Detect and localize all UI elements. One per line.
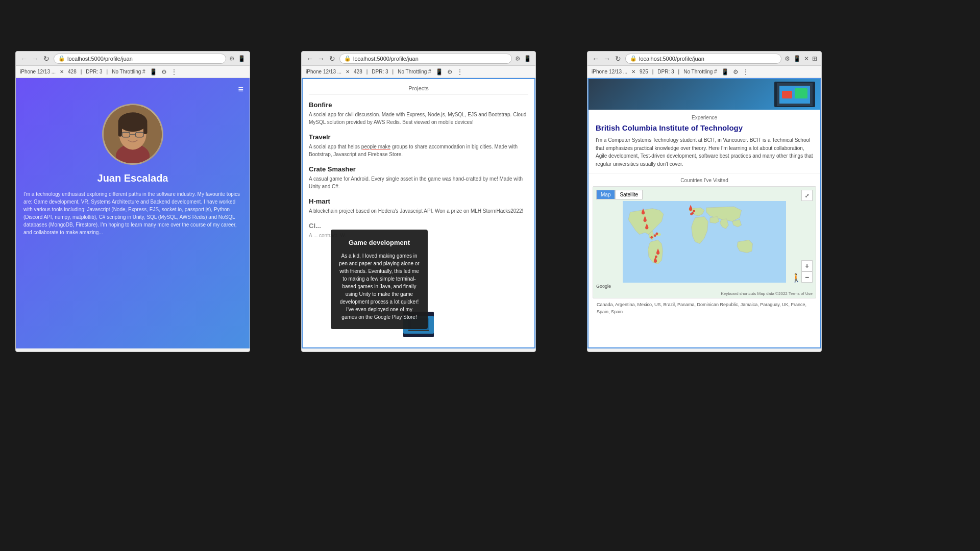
url-1: localhost:5000/profile/juan bbox=[67, 56, 133, 62]
project-desc-bonfire: A social app for civil discussion. Made … bbox=[309, 111, 528, 126]
project-item-hmart: H-mart A blockchain project based on Hed… bbox=[309, 197, 528, 215]
map-section: Countries I've Visited Map Satellite ⤢ bbox=[589, 173, 820, 322]
game-dev-tooltip: Game development As a kid, I loved makin… bbox=[331, 230, 428, 329]
countries-list: Canada, Argentina, Mexico, US, Brazil, P… bbox=[593, 298, 816, 318]
more-icon-2[interactable]: ⋮ bbox=[457, 68, 463, 76]
map-pegman: 🚶 bbox=[791, 273, 801, 283]
resolution-2: 428 bbox=[354, 69, 362, 74]
browser-window-2: ← → ↻ 🔒 localhost:5000/profile/juan ⚙ 📱 … bbox=[301, 51, 536, 352]
url-3: localhost:5000/profile/juan bbox=[639, 56, 704, 62]
throttling-1: No Throttling # bbox=[112, 69, 145, 74]
forward-button-3[interactable]: → bbox=[603, 55, 611, 63]
back-button-1[interactable]: ← bbox=[20, 55, 28, 63]
browser-toolbar-1: ← → ↻ 🔒 localhost:5000/profile/juan ⚙ 📱 bbox=[16, 52, 250, 66]
project-item-travelr: Travelr A social app that helps people m… bbox=[309, 133, 528, 158]
svg-rect-15 bbox=[782, 91, 792, 98]
project-title-travelr: Travelr bbox=[309, 133, 528, 141]
map-controls: Map Satellite bbox=[596, 190, 643, 199]
settings2-icon-1[interactable]: ⚙ bbox=[161, 68, 167, 76]
forward-button-2[interactable]: → bbox=[317, 55, 325, 63]
projects-panel: Projects Bonfire A social app for civil … bbox=[303, 79, 534, 347]
project-preview bbox=[774, 82, 815, 107]
res-label-1: ✕ bbox=[60, 69, 64, 74]
resolution-3: 925 bbox=[640, 69, 648, 74]
svg-point-26 bbox=[651, 236, 653, 238]
svg-rect-5 bbox=[118, 122, 122, 137]
project-hero-image bbox=[589, 79, 820, 110]
map-tab-btn[interactable]: Map bbox=[596, 190, 615, 199]
device-label-1: iPhone 12/13 ... bbox=[20, 69, 56, 74]
hamburger-menu[interactable]: ≡ bbox=[238, 84, 243, 95]
address-bar-2[interactable]: 🔒 localhost:5000/profile/juan bbox=[339, 54, 512, 64]
refresh-button-1[interactable]: ↻ bbox=[42, 55, 51, 63]
settings-icon-1[interactable]: ⚙ bbox=[229, 55, 235, 62]
project-item-crate: Crate Smasher A casual game for Android.… bbox=[309, 165, 528, 190]
project-title-cl: Cl... bbox=[309, 222, 528, 230]
refresh-button-3[interactable]: ↻ bbox=[614, 55, 622, 63]
svg-rect-12 bbox=[408, 330, 429, 331]
settings2-icon-2[interactable]: ⚙ bbox=[447, 68, 453, 76]
profile-name: Juan Escalada bbox=[23, 172, 242, 184]
forward-button-1[interactable]: → bbox=[31, 55, 39, 63]
bcit-title: British Columbia Institute of Technology bbox=[596, 123, 813, 132]
browser-content-3: Experience British Columbia Institute of… bbox=[587, 78, 821, 348]
address-bar-1[interactable]: 🔒 localhost:5000/profile/juan bbox=[54, 54, 226, 64]
cast-icon-2[interactable]: 📱 bbox=[524, 55, 531, 62]
tooltip-title: Game development bbox=[339, 238, 420, 248]
refresh-button-2[interactable]: ↻ bbox=[328, 55, 336, 63]
map-zoom-controls: + − bbox=[801, 260, 813, 283]
url-2: localhost:5000/profile/juan bbox=[353, 56, 419, 62]
zoom-out-btn[interactable]: − bbox=[801, 271, 813, 283]
resolution-1: 428 bbox=[68, 69, 77, 74]
browser-content-2: Projects Bonfire A social app for civil … bbox=[302, 78, 535, 348]
browser-window-3: ← → ↻ 🔒 localhost:5000/profile/juan ⚙ 📱 … bbox=[587, 51, 822, 352]
google-logo: Google bbox=[596, 284, 611, 289]
throttling-3: No Throttling # bbox=[683, 69, 717, 74]
avatar-image bbox=[104, 104, 162, 165]
project-preview-svg bbox=[777, 83, 813, 106]
project-item-bonfire: Bonfire A social app for civil discussio… bbox=[309, 101, 528, 126]
settings2-icon-3[interactable]: ⚙ bbox=[733, 68, 739, 76]
right-panel: Experience British Columbia Institute of… bbox=[589, 79, 820, 347]
svg-point-4 bbox=[118, 112, 148, 132]
project-desc-travelr: A social app that helps people make grou… bbox=[309, 143, 528, 158]
avatar bbox=[102, 104, 163, 165]
menu-icon-3[interactable]: ⊞ bbox=[812, 55, 817, 62]
avatar-container bbox=[23, 104, 242, 165]
tooltip-content: As a kid, I loved making games in pen an… bbox=[339, 252, 420, 321]
svg-point-28 bbox=[654, 234, 656, 236]
map-expand-btn[interactable]: ⤢ bbox=[801, 190, 813, 201]
device-label-2: iPhone 12/13 ... bbox=[306, 69, 341, 74]
projects-header: Projects bbox=[309, 85, 528, 95]
settings-icon-2[interactable]: ⚙ bbox=[515, 55, 521, 62]
zoom-in-btn[interactable]: + bbox=[801, 260, 813, 271]
experience-section: Experience British Columbia Institute of… bbox=[589, 110, 820, 173]
mobile-icon-3[interactable]: 📱 bbox=[721, 68, 729, 76]
svg-point-38 bbox=[690, 213, 692, 215]
cast-icon-3[interactable]: 📱 bbox=[793, 55, 801, 62]
svg-point-36 bbox=[693, 210, 695, 212]
project-title-crate: Crate Smasher bbox=[309, 165, 528, 173]
back-button-3[interactable]: ← bbox=[592, 55, 600, 63]
svg-point-33 bbox=[655, 256, 657, 258]
browser-content-1: ≡ bbox=[16, 78, 250, 348]
address-bar-3[interactable]: 🔒 localhost:5000/profile/juan bbox=[625, 54, 781, 64]
map-attribution: Keyboard shortcuts Map data ©2022 Terms … bbox=[721, 291, 813, 296]
cast-icon-1[interactable]: 📱 bbox=[238, 55, 246, 62]
settings-icon-3[interactable]: ⚙ bbox=[785, 55, 790, 62]
device-toolbar-1: iPhone 12/13 ... ✕ 428 | DPR: 3 | No Thr… bbox=[16, 66, 250, 78]
dpr-label-2: DPR: 3 bbox=[372, 69, 388, 74]
more-icon-3[interactable]: ⋮ bbox=[743, 68, 749, 76]
project-title-bonfire: Bonfire bbox=[309, 101, 528, 109]
mobile-icon-2[interactable]: 📱 bbox=[435, 68, 443, 76]
svg-rect-6 bbox=[143, 122, 148, 134]
more-icon-1[interactable]: ⋮ bbox=[171, 68, 177, 76]
satellite-tab-btn[interactable]: Satellite bbox=[615, 190, 643, 199]
back-button-2[interactable]: ← bbox=[306, 55, 314, 63]
experience-header: Experience bbox=[596, 115, 813, 120]
device-toolbar-3: iPhone 12/13 ... ✕ 925 | DPR: 3 | No Thr… bbox=[587, 66, 821, 78]
mobile-icon-1[interactable]: 📱 bbox=[150, 68, 157, 76]
device-toolbar-2: iPhone 12/13 ... ✕ 428 | DPR: 3 | No Thr… bbox=[302, 66, 535, 78]
map-header: Countries I've Visited bbox=[593, 178, 816, 183]
close-icon-3[interactable]: ✕ bbox=[804, 55, 809, 62]
